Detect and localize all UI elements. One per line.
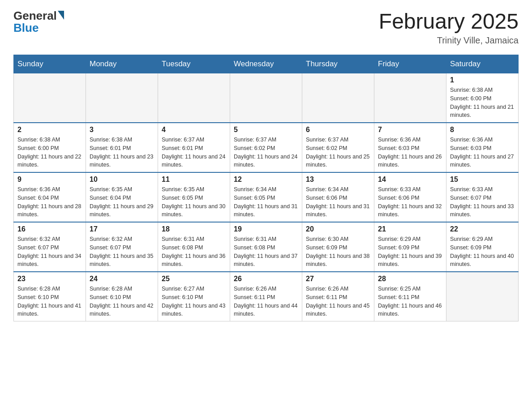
calendar-header-monday: Monday	[86, 55, 158, 73]
day-number: 17	[90, 225, 154, 233]
day-number: 1	[450, 76, 515, 84]
day-info: Sunrise: 6:35 AM Sunset: 6:05 PM Dayligh…	[162, 185, 226, 219]
day-number: 26	[234, 275, 298, 283]
day-info: Sunrise: 6:31 AM Sunset: 6:08 PM Dayligh…	[162, 235, 226, 269]
calendar-cell-week3-day2: 11Sunrise: 6:35 AM Sunset: 6:05 PM Dayli…	[158, 172, 230, 222]
month-title: February 2025	[379, 9, 519, 34]
day-info: Sunrise: 6:35 AM Sunset: 6:04 PM Dayligh…	[90, 185, 154, 219]
calendar-cell-week1-day4	[302, 73, 374, 123]
day-info: Sunrise: 6:37 AM Sunset: 6:02 PM Dayligh…	[234, 136, 298, 169]
page-header: General Blue February 2025 Trinity Ville…	[13, 9, 519, 46]
calendar-cell-week2-day1: 3Sunrise: 6:38 AM Sunset: 6:01 PM Daylig…	[86, 123, 158, 172]
calendar-cell-week5-day0: 23Sunrise: 6:28 AM Sunset: 6:10 PM Dayli…	[14, 272, 86, 321]
location-label: Trinity Ville, Jamaica	[379, 35, 519, 46]
calendar-header-saturday: Saturday	[446, 55, 519, 73]
day-number: 5	[234, 126, 298, 134]
day-number: 7	[378, 126, 442, 134]
day-info: Sunrise: 6:38 AM Sunset: 6:00 PM Dayligh…	[450, 86, 515, 120]
calendar-week-5: 23Sunrise: 6:28 AM Sunset: 6:10 PM Dayli…	[14, 272, 519, 321]
day-info: Sunrise: 6:28 AM Sunset: 6:10 PM Dayligh…	[17, 285, 82, 318]
day-info: Sunrise: 6:29 AM Sunset: 6:09 PM Dayligh…	[450, 235, 515, 269]
day-number: 9	[17, 176, 82, 184]
calendar-week-3: 9Sunrise: 6:36 AM Sunset: 6:04 PM Daylig…	[14, 172, 519, 222]
day-info: Sunrise: 6:37 AM Sunset: 6:02 PM Dayligh…	[306, 136, 370, 169]
day-info: Sunrise: 6:38 AM Sunset: 6:00 PM Dayligh…	[17, 136, 82, 169]
calendar-cell-week1-day0	[14, 73, 86, 123]
day-number: 21	[378, 225, 442, 233]
day-info: Sunrise: 6:33 AM Sunset: 6:07 PM Dayligh…	[450, 185, 515, 219]
calendar-cell-week2-day5: 7Sunrise: 6:36 AM Sunset: 6:03 PM Daylig…	[374, 123, 446, 172]
day-number: 4	[162, 126, 226, 134]
calendar-cell-week3-day4: 13Sunrise: 6:34 AM Sunset: 6:06 PM Dayli…	[302, 172, 374, 222]
day-number: 25	[162, 275, 226, 283]
calendar-cell-week3-day1: 10Sunrise: 6:35 AM Sunset: 6:04 PM Dayli…	[86, 172, 158, 222]
day-number: 15	[450, 176, 515, 184]
day-number: 14	[378, 176, 442, 184]
logo: General Blue	[13, 9, 64, 35]
logo-triangle-icon	[58, 11, 64, 20]
day-info: Sunrise: 6:38 AM Sunset: 6:01 PM Dayligh…	[90, 136, 154, 169]
day-info: Sunrise: 6:34 AM Sunset: 6:06 PM Dayligh…	[306, 185, 370, 219]
title-section: February 2025 Trinity Ville, Jamaica	[379, 9, 519, 46]
calendar-header-row: SundayMondayTuesdayWednesdayThursdayFrid…	[14, 55, 519, 73]
day-info: Sunrise: 6:29 AM Sunset: 6:09 PM Dayligh…	[378, 235, 442, 269]
logo-blue-text: Blue	[13, 21, 39, 35]
calendar-cell-week2-day2: 4Sunrise: 6:37 AM Sunset: 6:01 PM Daylig…	[158, 123, 230, 172]
calendar-header-tuesday: Tuesday	[158, 55, 230, 73]
calendar-week-1: 1Sunrise: 6:38 AM Sunset: 6:00 PM Daylig…	[14, 73, 519, 123]
calendar-week-2: 2Sunrise: 6:38 AM Sunset: 6:00 PM Daylig…	[14, 123, 519, 172]
day-info: Sunrise: 6:36 AM Sunset: 6:03 PM Dayligh…	[450, 136, 515, 169]
day-number: 28	[378, 275, 442, 283]
calendar-week-4: 16Sunrise: 6:32 AM Sunset: 6:07 PM Dayli…	[14, 222, 519, 272]
calendar-cell-week1-day3	[230, 73, 302, 123]
day-info: Sunrise: 6:37 AM Sunset: 6:01 PM Dayligh…	[162, 136, 226, 169]
day-info: Sunrise: 6:27 AM Sunset: 6:10 PM Dayligh…	[162, 285, 226, 318]
calendar-cell-week2-day4: 6Sunrise: 6:37 AM Sunset: 6:02 PM Daylig…	[302, 123, 374, 172]
calendar-cell-week1-day1	[86, 73, 158, 123]
calendar-header-thursday: Thursday	[302, 55, 374, 73]
day-number: 20	[306, 225, 370, 233]
calendar-cell-week3-day0: 9Sunrise: 6:36 AM Sunset: 6:04 PM Daylig…	[14, 172, 86, 222]
calendar-cell-week3-day6: 15Sunrise: 6:33 AM Sunset: 6:07 PM Dayli…	[446, 172, 519, 222]
day-number: 24	[90, 275, 154, 283]
day-info: Sunrise: 6:28 AM Sunset: 6:10 PM Dayligh…	[90, 285, 154, 318]
calendar-header-friday: Friday	[374, 55, 446, 73]
calendar-cell-week5-day3: 26Sunrise: 6:26 AM Sunset: 6:11 PM Dayli…	[230, 272, 302, 321]
day-number: 6	[306, 126, 370, 134]
day-info: Sunrise: 6:34 AM Sunset: 6:05 PM Dayligh…	[234, 185, 298, 219]
calendar-cell-week4-day1: 17Sunrise: 6:32 AM Sunset: 6:07 PM Dayli…	[86, 222, 158, 272]
day-info: Sunrise: 6:30 AM Sunset: 6:09 PM Dayligh…	[306, 235, 370, 269]
day-number: 19	[234, 225, 298, 233]
calendar-cell-week4-day4: 20Sunrise: 6:30 AM Sunset: 6:09 PM Dayli…	[302, 222, 374, 272]
day-number: 18	[162, 225, 226, 233]
day-number: 22	[450, 225, 515, 233]
calendar-header-sunday: Sunday	[14, 55, 86, 73]
calendar-cell-week4-day0: 16Sunrise: 6:32 AM Sunset: 6:07 PM Dayli…	[14, 222, 86, 272]
day-info: Sunrise: 6:33 AM Sunset: 6:06 PM Dayligh…	[378, 185, 442, 219]
calendar-cell-week1-day2	[158, 73, 230, 123]
day-info: Sunrise: 6:36 AM Sunset: 6:03 PM Dayligh…	[378, 136, 442, 169]
calendar-cell-week5-day1: 24Sunrise: 6:28 AM Sunset: 6:10 PM Dayli…	[86, 272, 158, 321]
day-number: 13	[306, 176, 370, 184]
day-number: 12	[234, 176, 298, 184]
day-number: 8	[450, 126, 515, 134]
calendar-cell-week5-day5: 28Sunrise: 6:25 AM Sunset: 6:11 PM Dayli…	[374, 272, 446, 321]
day-info: Sunrise: 6:31 AM Sunset: 6:08 PM Dayligh…	[234, 235, 298, 269]
calendar-cell-week3-day3: 12Sunrise: 6:34 AM Sunset: 6:05 PM Dayli…	[230, 172, 302, 222]
calendar-table: SundayMondayTuesdayWednesdayThursdayFrid…	[13, 55, 519, 321]
day-info: Sunrise: 6:26 AM Sunset: 6:11 PM Dayligh…	[234, 285, 298, 318]
day-number: 16	[17, 225, 82, 233]
calendar-cell-week4-day3: 19Sunrise: 6:31 AM Sunset: 6:08 PM Dayli…	[230, 222, 302, 272]
day-info: Sunrise: 6:25 AM Sunset: 6:11 PM Dayligh…	[378, 285, 442, 318]
calendar-cell-week1-day6: 1Sunrise: 6:38 AM Sunset: 6:00 PM Daylig…	[446, 73, 519, 123]
day-number: 2	[17, 126, 82, 134]
calendar-cell-week5-day4: 27Sunrise: 6:26 AM Sunset: 6:11 PM Dayli…	[302, 272, 374, 321]
day-info: Sunrise: 6:32 AM Sunset: 6:07 PM Dayligh…	[17, 235, 82, 269]
day-number: 23	[17, 275, 82, 283]
calendar-cell-week4-day6: 22Sunrise: 6:29 AM Sunset: 6:09 PM Dayli…	[446, 222, 519, 272]
calendar-cell-week5-day2: 25Sunrise: 6:27 AM Sunset: 6:10 PM Dayli…	[158, 272, 230, 321]
day-number: 27	[306, 275, 370, 283]
day-info: Sunrise: 6:26 AM Sunset: 6:11 PM Dayligh…	[306, 285, 370, 318]
calendar-cell-week2-day0: 2Sunrise: 6:38 AM Sunset: 6:00 PM Daylig…	[14, 123, 86, 172]
calendar-cell-week2-day6: 8Sunrise: 6:36 AM Sunset: 6:03 PM Daylig…	[446, 123, 519, 172]
